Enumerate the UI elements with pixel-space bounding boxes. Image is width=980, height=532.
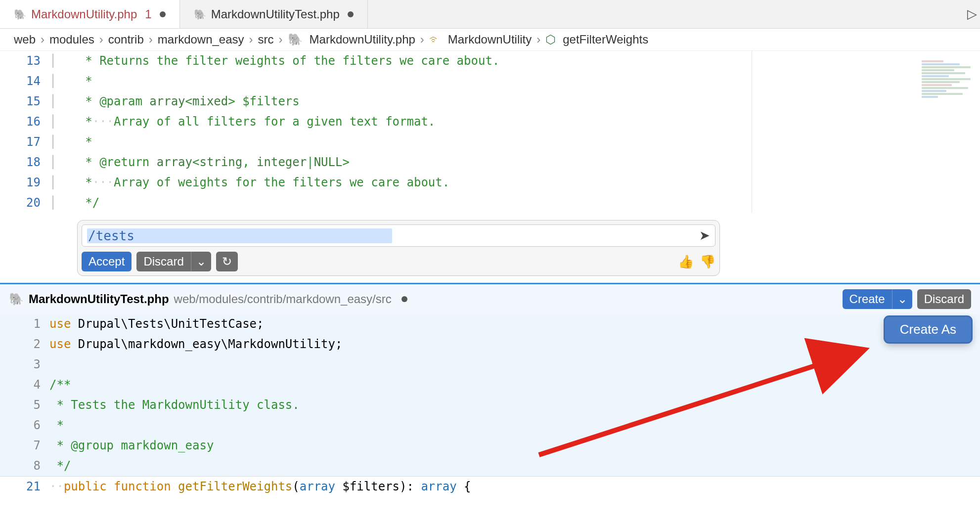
ai-prompt-input[interactable]: /tests [87, 228, 392, 243]
php-icon: 🐘 [194, 8, 206, 20]
breadcrumb-part[interactable]: src [258, 33, 274, 46]
editor-tab-active[interactable]: 🐘 MarkdownUtility.php 1 [0, 0, 180, 28]
diff-path: web/modules/contrib/markdown_easy/src [174, 292, 392, 306]
minimap[interactable] [922, 59, 976, 138]
create-as-dropdown-item[interactable]: Create As [885, 317, 971, 342]
right-margin-guide [752, 51, 752, 213]
create-dropdown-button[interactable]: ⌄ [892, 289, 912, 309]
breadcrumb-class[interactable]: MarkdownUtility [448, 33, 532, 46]
accept-button[interactable]: Accept [82, 252, 132, 271]
discard-button[interactable]: Discard [136, 252, 190, 271]
php-icon: 🐘 [14, 8, 26, 20]
code-area[interactable]: ··public function getFilterWeights(array… [49, 477, 980, 497]
breadcrumb-part[interactable]: modules [49, 33, 94, 46]
tab-title: MarkdownUtilityTest.php [211, 7, 340, 21]
line-number: 1 [0, 314, 41, 334]
breadcrumb-file[interactable]: MarkdownUtility.php [310, 33, 415, 46]
line-number: 17 [0, 132, 41, 152]
line-number: 13 [0, 51, 41, 71]
line-number: 5 [0, 395, 41, 415]
diff-header: 🐘 MarkdownUtilityTest.php web/modules/co… [0, 284, 980, 314]
ai-input-row: /tests ➤ [82, 224, 715, 247]
line-number: 15 [0, 91, 41, 112]
line-number: 18 [0, 152, 41, 173]
editor-tab[interactable]: 🐘 MarkdownUtilityTest.php [180, 0, 368, 28]
line-number: 3 [0, 355, 41, 375]
line-number: 4 [0, 375, 41, 395]
gutter: 21 [0, 477, 49, 497]
line-number: 19 [0, 173, 41, 193]
diff-actions: Create ⌄ Discard Create As [843, 289, 971, 309]
retry-button[interactable]: ↻ [216, 252, 238, 271]
breadcrumb-part[interactable]: contrib [108, 33, 144, 46]
gutter: 13 14 15 16 17 18 19 20 [0, 51, 49, 213]
line-number: 16 [0, 112, 41, 132]
line-number: 8 [0, 456, 41, 476]
tabs-overflow[interactable]: ▷ [967, 0, 980, 28]
code-area[interactable]: │ * Returns the filter weights of the fi… [49, 51, 980, 213]
php-icon: 🐘 [288, 33, 303, 46]
tab-problem-count: 1 [145, 7, 151, 21]
breadcrumb-part[interactable]: web [14, 33, 36, 46]
thumbs-down-icon[interactable]: 👎 [700, 254, 715, 269]
send-icon[interactable]: ➤ [699, 228, 710, 243]
line-number: 7 [0, 436, 41, 456]
modified-dot-icon [401, 296, 407, 302]
tab-title: MarkdownUtility.php [31, 7, 137, 21]
create-button[interactable]: Create [843, 289, 892, 309]
method-icon: ⬡ [545, 33, 556, 46]
line-number: 2 [0, 334, 41, 355]
discard-button[interactable]: Discard [917, 289, 971, 309]
ai-inline-panel: /tests ➤ Accept Discard ⌄ ↻ 👍 👎 [77, 220, 720, 276]
original-code-strip[interactable]: 21 ··public function getFilterWeights(ar… [0, 476, 980, 497]
class-icon: ᯤ [429, 33, 441, 46]
php-icon: 🐘 [9, 292, 24, 306]
line-number: 21 [0, 477, 41, 497]
line-number: 14 [0, 71, 41, 91]
generated-code-editor[interactable]: 1 2 3 4 5 6 7 8 use Drupal\Tests\UnitTes… [0, 314, 980, 476]
code-area[interactable]: use Drupal\Tests\UnitTestCase; use Drupa… [49, 314, 980, 476]
editor-tabs-bar: 🐘 MarkdownUtility.php 1 🐘 MarkdownUtilit… [0, 0, 980, 29]
gutter: 1 2 3 4 5 6 7 8 [0, 314, 49, 476]
ai-button-row: Accept Discard ⌄ ↻ 👍 👎 [82, 252, 715, 271]
discard-dropdown-button[interactable]: ⌄ [191, 252, 211, 271]
breadcrumb-method[interactable]: getFilterWeights [563, 33, 648, 46]
line-number: 20 [0, 193, 41, 213]
diff-filename: MarkdownUtilityTest.php [29, 292, 169, 306]
breadcrumb-part[interactable]: markdown_easy [158, 33, 244, 46]
thumbs-up-icon[interactable]: 👍 [678, 254, 694, 269]
breadcrumb: web› modules› contrib› markdown_easy› sr… [0, 29, 980, 51]
line-number: 6 [0, 415, 41, 436]
modified-dot-icon [160, 11, 166, 17]
editor-upper[interactable]: 13 14 15 16 17 18 19 20 │ * Returns the … [0, 51, 980, 213]
modified-dot-icon [348, 11, 354, 17]
